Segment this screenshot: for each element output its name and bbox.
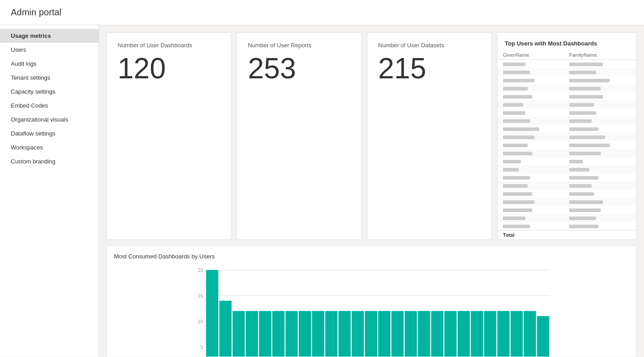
- svg-text:20: 20: [198, 267, 203, 273]
- table-row: ..: [498, 125, 636, 133]
- svg-rect-21: [352, 311, 364, 357]
- svg-rect-29: [457, 311, 470, 357]
- family-name-cell: .: [564, 157, 636, 165]
- top-users-dashboards-title: Top Users with Most Dashboards: [498, 33, 636, 50]
- given-name-cell: .: [498, 165, 564, 173]
- svg-rect-13: [246, 311, 258, 357]
- given-name-cell: .: [498, 92, 564, 100]
- sidebar-item-usage-metrics[interactable]: Usage metrics: [0, 29, 99, 43]
- family-name-cell: .: [564, 84, 636, 92]
- given-name-cell: .: [498, 173, 564, 181]
- family-name-cell: .: [564, 68, 636, 76]
- table-row: ..: [498, 198, 636, 206]
- given-name-header: GivenName: [498, 50, 564, 60]
- sidebar-item-embed-codes[interactable]: Embed Codes: [0, 99, 99, 113]
- total-label: Total: [498, 230, 564, 240]
- given-name-cell: .: [498, 222, 564, 230]
- bar-chart-panel: Most Consumed Dashboards by Users 051015…: [106, 245, 637, 357]
- family-name-cell: .: [564, 60, 636, 68]
- bar-chart-svg: 05101520: [114, 265, 629, 357]
- family-name-cell: .: [564, 117, 636, 125]
- reports-card: Number of User Reports 253: [237, 32, 361, 240]
- svg-rect-28: [444, 311, 457, 357]
- main-layout: Usage metricsUsersAudit logsTenant setti…: [0, 25, 644, 357]
- sidebar-item-organizational-visuals[interactable]: Organizational visuals: [0, 113, 99, 127]
- svg-rect-27: [431, 311, 443, 357]
- sidebar: Usage metricsUsersAudit logsTenant setti…: [0, 25, 99, 357]
- family-name-cell: .: [564, 181, 636, 190]
- sidebar-item-audit-logs[interactable]: Audit logs: [0, 57, 99, 71]
- sidebar-item-capacity-settings[interactable]: Capacity settings: [0, 85, 99, 99]
- given-name-cell: .: [498, 181, 564, 190]
- svg-rect-17: [299, 311, 311, 357]
- svg-rect-24: [392, 311, 404, 357]
- stats-group: Number of User Dashboards 120 Number of …: [106, 32, 492, 240]
- table-row: ..: [498, 100, 636, 108]
- datasets-label: Number of User Datasets: [378, 42, 480, 49]
- svg-rect-25: [405, 311, 417, 357]
- table-row: ..: [498, 133, 636, 141]
- family-name-cell: .: [564, 76, 636, 84]
- given-name-cell: .: [498, 190, 564, 198]
- app-header: Admin portal: [0, 0, 644, 25]
- dashboards-card: Number of User Dashboards 120: [106, 32, 231, 240]
- bar-chart-row: Most Consumed Dashboards by Users 051015…: [106, 245, 637, 357]
- svg-rect-32: [498, 311, 510, 357]
- table-row: ..: [498, 76, 636, 84]
- family-name-cell: .: [564, 100, 636, 108]
- given-name-cell: .: [498, 108, 564, 117]
- given-name-cell: .: [498, 84, 564, 92]
- given-name-cell: .: [498, 60, 564, 68]
- table-row: ..: [498, 214, 636, 222]
- given-name-cell: .: [498, 125, 564, 133]
- bar-chart-title: Most Consumed Dashboards by Users: [114, 253, 629, 260]
- sidebar-item-users[interactable]: Users: [0, 43, 99, 57]
- reports-value: 253: [248, 54, 350, 83]
- total-value: [564, 230, 636, 240]
- top-users-dashboards-panel: Top Users with Most Dashboards GivenName…: [497, 32, 637, 240]
- family-name-cell: .: [564, 173, 636, 181]
- sidebar-item-tenant-settings[interactable]: Tenant settings: [0, 71, 99, 85]
- dashboards-value: 120: [118, 54, 220, 83]
- family-name-cell: .: [564, 92, 636, 100]
- svg-rect-30: [471, 311, 483, 357]
- svg-rect-10: [206, 270, 218, 357]
- svg-rect-12: [233, 311, 245, 357]
- table-row: ..: [498, 181, 636, 190]
- svg-rect-31: [484, 311, 496, 357]
- sidebar-item-dataflow-settings[interactable]: Dataflow settings: [0, 127, 99, 140]
- svg-text:10: 10: [198, 319, 203, 324]
- family-name-cell: .: [564, 198, 636, 206]
- app-title: Admin portal: [11, 7, 633, 18]
- given-name-cell: .: [498, 76, 564, 84]
- svg-rect-15: [272, 311, 284, 357]
- sidebar-item-custom-branding[interactable]: Custom branding: [0, 154, 99, 168]
- svg-rect-16: [286, 311, 298, 357]
- bar-chart-container: 05101520: [114, 265, 629, 357]
- given-name-cell: .: [498, 214, 564, 222]
- family-name-header: FamilyName: [564, 50, 636, 60]
- svg-rect-26: [418, 311, 430, 357]
- svg-rect-34: [524, 311, 536, 357]
- svg-rect-19: [325, 311, 338, 357]
- svg-rect-20: [338, 311, 351, 357]
- stats-and-right: Number of User Dashboards 120 Number of …: [106, 32, 637, 240]
- datasets-card: Number of User Datasets 215: [367, 32, 492, 240]
- svg-rect-14: [259, 311, 271, 357]
- svg-rect-11: [219, 301, 232, 357]
- table-row: ..: [498, 173, 636, 181]
- table-row: ..: [498, 108, 636, 117]
- datasets-value: 215: [378, 54, 480, 83]
- given-name-cell: .: [498, 206, 564, 214]
- svg-rect-22: [365, 311, 377, 357]
- table-row: ..: [498, 206, 636, 214]
- main-content: Number of User Dashboards 120 Number of …: [99, 25, 644, 357]
- family-name-cell: .: [564, 165, 636, 173]
- given-name-cell: .: [498, 141, 564, 149]
- family-name-cell: .: [564, 108, 636, 117]
- given-name-cell: .: [498, 149, 564, 157]
- top-users-dashboards-table: GivenName FamilyName ...................…: [498, 50, 636, 240]
- sidebar-item-workspaces[interactable]: Workspaces: [0, 140, 99, 154]
- svg-rect-33: [511, 311, 523, 357]
- table-row: ..: [498, 190, 636, 198]
